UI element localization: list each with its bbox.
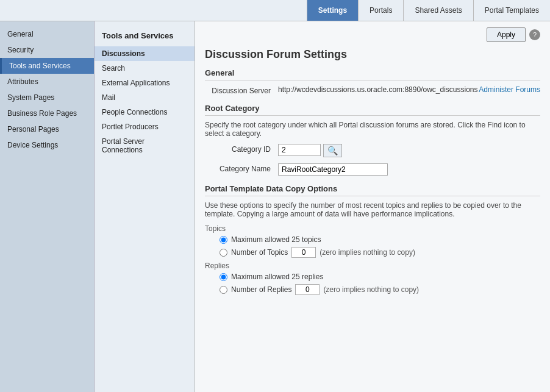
category-name-input[interactable] [278, 163, 388, 176]
sub-sidebar-item-portlet-producers[interactable]: Portlet Producers [95, 119, 195, 134]
page-title: Discussion Forum Settings [205, 48, 540, 61]
num-replies-input[interactable] [295, 284, 320, 295]
num-replies-label: Number of Replies [231, 285, 291, 294]
num-replies-hint: (zero implies nothing to copy) [323, 285, 419, 294]
sidebar-item-attributes[interactable]: Attributes [0, 74, 94, 90]
tab-portals[interactable]: Portals [358, 0, 403, 21]
tab-settings[interactable]: Settings [307, 0, 358, 21]
discussion-server-label: Discussion Server [205, 85, 278, 95]
sub-sidebar-item-discussions[interactable]: Discussions [95, 46, 195, 61]
root-category-title: Root Category [205, 104, 540, 116]
sidebar-item-general[interactable]: General [0, 26, 94, 42]
num-topics-row: Number of Topics (zero implies nothing t… [220, 247, 540, 258]
max-replies-label: Maximum allowed 25 replies [231, 273, 323, 281]
sub-sidebar-item-search[interactable]: Search [95, 61, 195, 76]
portal-template-desc: Use these options to specify the number … [205, 201, 540, 218]
sidebar: General Security Tools and Services Attr… [0, 21, 95, 392]
sub-sidebar-item-mail[interactable]: Mail [95, 90, 195, 105]
category-name-label: Category Name [205, 163, 278, 173]
topics-label: Topics [205, 224, 540, 233]
category-name-row: Category Name [205, 163, 540, 176]
tab-shared-assets[interactable]: Shared Assets [403, 0, 473, 21]
sub-sidebar-item-portal-server-connections[interactable]: Portal Server Connections [95, 134, 195, 157]
main-panel: Apply ? Discussion Forum Settings Genera… [195, 21, 550, 392]
apply-bar: Apply ? [205, 27, 540, 42]
num-topics-radio[interactable] [220, 249, 227, 257]
max-topics-row: Maximum allowed 25 topics [220, 235, 540, 244]
administer-forums-link[interactable]: Administer Forums [479, 85, 540, 94]
help-icon[interactable]: ? [529, 29, 540, 40]
sidebar-item-device-settings[interactable]: Device Settings [0, 137, 94, 153]
root-category-section: Root Category Specify the root category … [205, 104, 540, 176]
num-replies-row: Number of Replies (zero implies nothing … [220, 284, 540, 295]
num-replies-radio[interactable] [220, 286, 227, 294]
content-area: Tools and Services Discussions Search Ex… [95, 21, 550, 392]
sub-sidebar-item-people-connections[interactable]: People Connections [95, 105, 195, 119]
portal-template-title: Portal Template Data Copy Options [205, 184, 540, 196]
num-topics-input[interactable] [291, 247, 316, 258]
tab-portal-templates[interactable]: Portal Templates [473, 0, 550, 21]
sub-sidebar-item-external-applications[interactable]: External Applications [95, 76, 195, 90]
general-section: General Discussion Server http://wcdevdi… [205, 68, 540, 95]
sidebar-item-tools-and-services[interactable]: Tools and Services [0, 58, 94, 74]
main-layout: General Security Tools and Services Attr… [0, 21, 550, 392]
apply-button[interactable]: Apply [487, 27, 526, 42]
general-section-title: General [205, 68, 540, 80]
discussion-server-row: Discussion Server http://wcdevdiscussion… [205, 85, 540, 95]
category-search-button[interactable]: 🔍 [323, 144, 342, 157]
category-id-input[interactable] [278, 144, 321, 156]
sub-sidebar-title: Tools and Services [95, 26, 195, 46]
sidebar-item-system-pages[interactable]: System Pages [0, 90, 94, 105]
max-topics-radio[interactable] [220, 236, 227, 244]
portal-template-section: Portal Template Data Copy Options Use th… [205, 184, 540, 295]
category-id-label: Category ID [205, 144, 278, 154]
num-topics-hint: (zero implies nothing to copy) [320, 248, 415, 257]
max-topics-label: Maximum allowed 25 topics [231, 235, 321, 244]
top-nav: Settings Portals Shared Assets Portal Te… [0, 0, 550, 21]
sidebar-item-business-role-pages[interactable]: Business Role Pages [0, 105, 94, 121]
root-category-desc: Specify the root category under which al… [205, 121, 540, 138]
max-replies-row: Maximum allowed 25 replies [220, 273, 540, 281]
sub-sidebar: Tools and Services Discussions Search Ex… [95, 21, 195, 392]
category-id-row: Category ID 🔍 [205, 144, 540, 157]
discussion-server-value: http://wcdevdiscussions.us.oracle.com:88… [278, 85, 478, 94]
sidebar-item-security[interactable]: Security [0, 42, 94, 58]
num-topics-label: Number of Topics [231, 248, 288, 257]
sidebar-item-personal-pages[interactable]: Personal Pages [0, 121, 94, 137]
max-replies-radio[interactable] [220, 273, 227, 281]
replies-label: Replies [205, 262, 540, 270]
